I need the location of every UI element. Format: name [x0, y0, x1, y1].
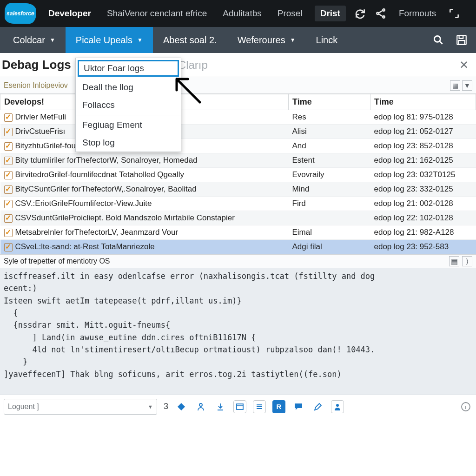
info-icon[interactable]	[459, 400, 472, 413]
dropdown-item-2[interactable]: Follaccs	[76, 96, 181, 114]
search-icon[interactable]	[432, 34, 444, 46]
expand-icon[interactable]	[448, 7, 460, 20]
refresh-icon[interactable]	[354, 7, 366, 20]
table-row[interactable]: BirvitedroGrilef-foumlifecdnat Tetaholle…	[0, 168, 476, 182]
logs-table: Develops! Types Time Time Drivler MetFul…	[0, 94, 476, 254]
check-icon[interactable]	[4, 142, 13, 151]
panel-layout-icon[interactable]: ▤	[449, 256, 459, 266]
svg-point-0	[383, 9, 384, 11]
topbar-item-0[interactable]: ShaiVenor cenclant efrice	[103, 8, 211, 19]
topbar-item-4[interactable]: Formouts	[395, 8, 440, 19]
table-row[interactable]: BityCSuntGriler forThefectorW,.Sonalroye…	[0, 182, 476, 197]
svg-point-1	[377, 13, 378, 14]
r-badge-icon[interactable]: R	[272, 400, 285, 413]
nav-item-4[interactable]: Linck	[306, 27, 348, 53]
topbar-item-3[interactable]: Drist	[315, 6, 346, 21]
salesforce-logo: salesforce	[5, 3, 36, 24]
svg-point-9	[336, 404, 339, 407]
nav-dropdown: Uktor Foar logs Deall the llog Follaccs …	[75, 58, 181, 152]
check-icon[interactable]	[4, 214, 13, 223]
list-icon[interactable]	[253, 400, 266, 413]
table-row[interactable]: Metsabrelnler forThefectorLV, Jeanmzard …	[0, 225, 476, 240]
dropdown-item-4[interactable]: Stop log	[76, 134, 181, 152]
check-icon[interactable]	[4, 128, 13, 136]
svg-rect-6	[459, 40, 465, 45]
status-text: Syle of trepetter of mentiotry OS	[4, 257, 110, 265]
svg-point-3	[434, 36, 440, 42]
check-icon[interactable]	[4, 229, 13, 237]
panel-collapse-icon[interactable]: ⟩	[462, 256, 472, 266]
status-bar: Syle of trepetter of mentiotry OS ▤ ⟩	[0, 254, 476, 268]
nav-item-2[interactable]: Abest soal 2.	[153, 27, 227, 53]
panel-split-icon[interactable]	[233, 400, 246, 413]
table-row[interactable]: Drivler MetFuliResedop log 81: 975-0128	[0, 110, 476, 125]
panel-dropdown-icon[interactable]: ▼	[462, 80, 472, 91]
table-row[interactable]: CSVSduntGrileProicliept. Bold Mandszolo …	[0, 211, 476, 225]
edit-icon[interactable]	[311, 400, 324, 413]
dropdown-item-0[interactable]: Uktor Foar logs	[78, 60, 179, 77]
table-row[interactable]: CSveL:lte-sand: at-Rest TotaManriezoleAd…	[0, 240, 476, 254]
check-icon[interactable]	[4, 200, 13, 208]
count-label: 3	[164, 402, 168, 411]
check-icon[interactable]	[4, 113, 13, 122]
svg-rect-8	[237, 404, 243, 410]
table-row[interactable]: Bity tdumliriler forThefectorW, Sonalroy…	[0, 153, 476, 168]
app-topbar: salesforce Developer ShaiVenor cenclant …	[0, 0, 476, 27]
nav-item-1[interactable]: Picale Upeals▼	[66, 27, 153, 53]
topbar-item-2[interactable]: Prosel	[274, 8, 306, 19]
diamond-icon[interactable]	[175, 400, 188, 413]
title-bar: Debag Logs Clarıp ✕	[0, 53, 476, 77]
table-row[interactable]: BityzhtuGrilef-foumlifecdnatT, omalied G…	[0, 139, 476, 153]
log-level-select[interactable]: Loguent ]▼	[4, 399, 157, 415]
check-icon[interactable]	[4, 243, 13, 251]
nav-item-0[interactable]: Coldcar▼	[3, 27, 66, 53]
panel-detail-icon[interactable]: ▦	[450, 80, 460, 91]
developer-label: Developer	[45, 8, 95, 19]
check-icon[interactable]	[4, 171, 13, 179]
person-icon[interactable]	[194, 400, 207, 413]
code-viewer[interactable]: iscffreasef.ilt in easy odenlcafse error…	[0, 268, 476, 395]
table-row[interactable]: CSV.:EriotGrileFfoumlifector-View.JuiteF…	[0, 197, 476, 211]
page-subtitle: Clarıp	[178, 59, 208, 72]
chat-icon[interactable]	[292, 400, 305, 413]
page-title: Debag Logs	[0, 58, 71, 72]
svg-point-7	[199, 403, 202, 406]
table-row[interactable]: DrivCstueFrisıAlisiedop log 21: 052-0127	[0, 125, 476, 139]
hint-text: Esenion Inloipeviov	[4, 81, 68, 90]
nav-item-3[interactable]: Weferoures▼	[227, 27, 306, 53]
share-icon[interactable]	[375, 7, 387, 20]
user-box-icon[interactable]	[331, 400, 344, 413]
download-icon[interactable]	[214, 400, 227, 413]
col-header-3[interactable]: Time	[370, 94, 476, 110]
col-header-2[interactable]: Time	[289, 94, 370, 110]
check-icon[interactable]	[4, 185, 13, 194]
hint-bar: Esenion Inloipeviov ▦ ▼	[0, 77, 476, 94]
secondary-navbar: Coldcar▼ Picale Upeals▼ Abest soal 2. We…	[0, 27, 476, 53]
dropdown-item-3[interactable]: Fegiuag Ement	[76, 116, 181, 134]
bottom-toolbar: Loguent ]▼ 3 R	[0, 395, 476, 418]
svg-point-2	[383, 16, 384, 18]
close-icon[interactable]: ✕	[456, 57, 472, 73]
dropdown-item-1[interactable]: Deall the llog	[76, 79, 181, 96]
svg-rect-5	[459, 35, 463, 39]
topbar-item-1[interactable]: Adulitatbs	[219, 8, 265, 19]
save-icon[interactable]	[456, 34, 468, 46]
check-icon[interactable]	[4, 157, 13, 165]
